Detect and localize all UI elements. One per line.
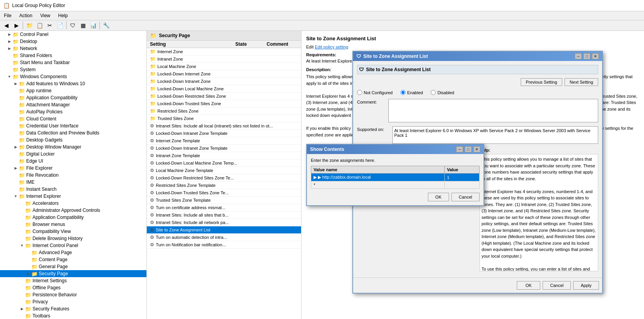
tree-node-internet-control-panel[interactable]: ▼ 📁 Internet Control Panel (0, 242, 146, 249)
next-setting-button[interactable]: Next Setting (565, 78, 598, 86)
tree-node-admin-approved[interactable]: 📁 Administrator Approved Controls (0, 207, 146, 214)
prev-setting-button[interactable]: Previous Setting (521, 78, 562, 86)
tree-node-system[interactable]: 📁 System (0, 66, 146, 73)
tree-node-credential-ui[interactable]: 📁 Credential User Interface (0, 122, 146, 129)
toolbar-cut[interactable]: ✂ (45, 21, 54, 30)
list-item-internet-template[interactable]: ⚙ Internet Zone Template (147, 137, 301, 145)
tree-node-delete-browsing[interactable]: 📁 Delete Browsing History (0, 235, 146, 242)
table-row[interactable]: * (311, 181, 480, 189)
tree-node-persistence[interactable]: 📁 Persistence Behavior (0, 291, 146, 298)
tree-node-desktop-gadgets[interactable]: 📁 Desktop Gadgets (0, 136, 146, 143)
comment-textarea[interactable] (388, 99, 598, 122)
list-item-trusted-template[interactable]: ⚙ Trusted Sites Zone Template (147, 197, 301, 204)
tree-node-file-explorer[interactable]: ▶ 📁 File Explorer (0, 165, 146, 172)
tree-node-instant-search[interactable]: 📁 Instant Search (0, 186, 146, 193)
tree-node-privacy[interactable]: 📁 Privacy (0, 298, 146, 305)
tree-node-digital-locker[interactable]: 📁 Digital Locker (0, 151, 146, 158)
list-item-locked-local-template[interactable]: ⚙ Locked-Down Local Machine Zone Temp... (147, 160, 301, 167)
tree-node-ime[interactable]: 📁 IME (0, 179, 146, 186)
list-item-local-template[interactable]: ⚙ Local Machine Zone Template (147, 167, 301, 174)
tree-node-security-page[interactable]: ▶ 📁 Security Page (0, 270, 146, 277)
show-contents-close[interactable]: ✕ (473, 146, 480, 152)
list-item-restricted-template[interactable]: ⚙ Restricted Sites Zone Template (147, 182, 301, 189)
dialog-close-button[interactable]: ✕ (592, 53, 599, 59)
edit-policy-link[interactable]: Edit policy setting (315, 45, 348, 49)
toolbar-properties[interactable]: 🛡 (68, 21, 78, 30)
tree-node-autoplay[interactable]: 📁 AutoPlay Policies (0, 108, 146, 115)
tree-node-network[interactable]: ▶ 📁 Network (0, 45, 146, 52)
radio-disabled[interactable]: Disabled (431, 90, 454, 95)
tree-node-desktop-wm[interactable]: ▶ 📁 Desktop Window Manager (0, 143, 146, 151)
list-item-auto-detect[interactable]: ⚙ Turn on automatic detection of intra..… (147, 234, 301, 241)
toolbar-view[interactable]: ▦ (78, 21, 88, 30)
list-item-locked-local-zone[interactable]: 📁 Locked-Down Local Machine Zone (147, 85, 301, 93)
list-item-locked-internet-zone[interactable]: 📁 Locked-Down Internet Zone (147, 70, 301, 78)
radio-not-configured-input[interactable] (357, 90, 362, 95)
menu-view[interactable]: View (38, 12, 53, 19)
tree-node-data-collection[interactable]: 📁 Data Collection and Preview Builds (0, 129, 146, 136)
dialog-apply-button[interactable]: Apply (573, 281, 599, 290)
tree-node-app-runtime[interactable]: 📁 App runtime (0, 87, 146, 94)
tree-node-security-features[interactable]: ▶ 📁 Security Features (0, 305, 146, 312)
list-item-locked-intranet-template[interactable]: ⚙ Locked-Down Intranet Zone Template (147, 130, 301, 137)
tree-node-shared-folders[interactable]: 📁 Shared Folders (0, 52, 146, 59)
list-item-locked-restricted-template[interactable]: ⚙ Locked-Down Restricted Sites Zone Te..… (147, 174, 301, 182)
list-item-internet-zone[interactable]: 📁 Internet Zone (147, 48, 301, 56)
menu-action[interactable]: Action (17, 12, 34, 19)
tree-node-offline-pages[interactable]: 📁 Offline Pages (0, 284, 146, 291)
tree-node-add-features[interactable]: ▶ 📁 Add features to Windows 10 (0, 80, 146, 87)
list-item-local-machine-zone[interactable]: 📁 Local Machine Zone (147, 63, 301, 70)
tree-node-control-panel[interactable]: ▶ 📁 Control Panel (0, 31, 146, 38)
tree-node-app-compat-ie[interactable]: 📁 Application Compatibility (0, 214, 146, 221)
toolbar-report[interactable]: 📊 (88, 21, 98, 30)
list-item-cert-mismatch[interactable]: ⚙ Turn on certificate address mismat... (147, 204, 301, 211)
list-item-notification-bar[interactable]: ⚙ Turn on Notification bar notification.… (147, 241, 301, 249)
table-row[interactable]: ▶ http://zabbix.domain.local 1 (311, 174, 480, 181)
tree-node-toolbars[interactable]: 📁 Toolbars (0, 312, 146, 319)
tree-node-file-revocation[interactable]: 📁 File Revocation (0, 172, 146, 179)
toolbar-open[interactable]: 📁 (25, 21, 34, 30)
list-item-locked-intranet-template-2[interactable]: ⚙ Locked-Down Intranet Zone Template (147, 145, 301, 152)
dialog-cancel-button[interactable]: Cancel (543, 281, 571, 290)
radio-enabled[interactable]: Enabled (400, 90, 423, 95)
tree-node-internet-explorer[interactable]: ▼ 📁 Internet Explorer (0, 193, 146, 200)
tree-node-windows-components[interactable]: ▼ 📁 Windows Components (0, 73, 146, 80)
toolbar-back[interactable]: ◀ (2, 21, 11, 30)
list-item-trusted-sites[interactable]: 📁 Trusted Sites Zone (147, 115, 301, 122)
menu-help[interactable]: Help (56, 12, 70, 19)
list-item-intranet-template[interactable]: ⚙ Intranet Zone Template (147, 152, 301, 160)
dialog-ok-button[interactable]: OK (517, 281, 540, 290)
list-item-intranet-sites-1[interactable]: ⚙ Intranet Sites: Include all local (int… (147, 122, 301, 130)
toolbar-forward[interactable]: ▶ (12, 21, 21, 30)
tree-node-content-page[interactable]: 📁 Content Page (0, 256, 146, 263)
toolbar-filter[interactable]: 🔧 (101, 21, 111, 30)
list-item-intranet-network[interactable]: ⚙ Intranet Sites: Include all network pa… (147, 219, 301, 226)
list-item-intranet-zone[interactable]: 📁 Intranet Zone (147, 56, 301, 63)
list-item-intranet-sites-2[interactable]: ⚙ Intranet Sites: Include all sites that… (147, 211, 301, 219)
list-item-site-to-zone[interactable]: ⚙ Site to Zone Assignment List (147, 226, 301, 234)
tree-node-app-compat[interactable]: 📁 Application Compatibility (0, 94, 146, 101)
list-item-locked-trusted-template[interactable]: ⚙ Locked-Down Trusted Sites Zone Te... (147, 189, 301, 197)
show-contents-maximize[interactable]: □ (465, 146, 472, 152)
dialog-minimize-button[interactable]: ─ (575, 53, 582, 59)
menu-file[interactable]: File (2, 12, 14, 19)
tree-node-start-menu[interactable]: 📁 Start Menu and Taskbar (0, 59, 146, 66)
dialog-show-contents[interactable]: Show Contents ─ □ ✕ Enter the zone assig… (306, 144, 484, 206)
toolbar-copy[interactable]: 📋 (35, 21, 44, 30)
radio-enabled-input[interactable] (400, 90, 406, 95)
tree-node-compat-view[interactable]: 📁 Compatibility View (0, 228, 146, 235)
tree-node-attachment-manager[interactable]: 📁 Attachment Manager (0, 101, 146, 108)
radio-not-configured[interactable]: Not Configured (357, 90, 393, 95)
tree-node-internet-settings[interactable]: 📁 Internet Settings (0, 277, 146, 284)
list-item-locked-intranet-zone[interactable]: 📁 Locked-Down Intranet Zone (147, 78, 301, 85)
show-contents-cancel-button[interactable]: Cancel (451, 193, 480, 201)
tree-node-desktop[interactable]: ▶ 📁 Desktop (0, 38, 146, 45)
dialog-maximize-button[interactable]: □ (583, 53, 590, 59)
show-contents-minimize[interactable]: ─ (456, 146, 463, 152)
list-item-restricted-sites[interactable]: 📁 Restricted Sites Zone (147, 108, 301, 115)
radio-disabled-input[interactable] (431, 90, 436, 95)
tree-node-cloud-content[interactable]: 📁 Cloud Content (0, 115, 146, 122)
show-contents-ok-button[interactable]: OK (428, 193, 449, 201)
list-item-locked-restricted-zone[interactable]: 📁 Locked-Down Restricted Sites Zone (147, 93, 301, 100)
tree-node-edge-ui[interactable]: 📁 Edge UI (0, 158, 146, 165)
